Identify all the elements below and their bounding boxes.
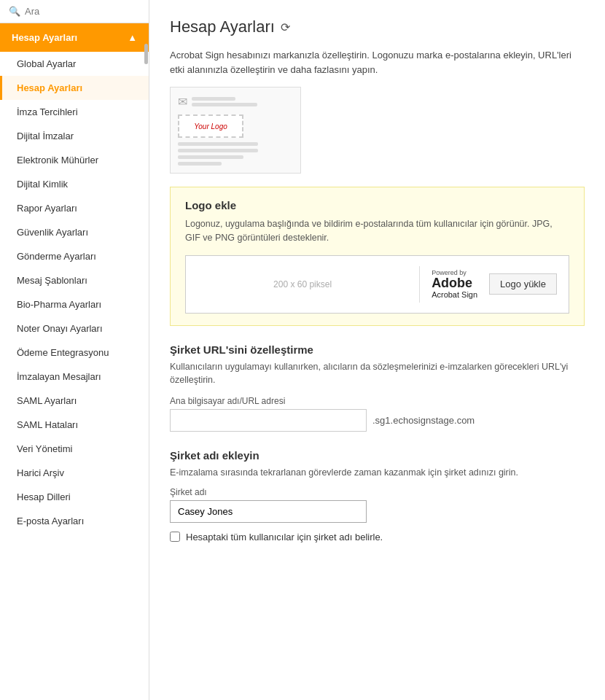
sidebar-item-rapor-ayarlari[interactable]: Rapor Ayarları xyxy=(0,196,149,220)
url-input[interactable] xyxy=(170,409,367,432)
company-field-label: Şirket adı xyxy=(170,487,585,497)
checkbox-label: Hesaptaki tüm kullanıcılar için şirket a… xyxy=(186,532,383,542)
email-line-1 xyxy=(192,97,235,101)
page-header: Hesap Ayarları ⟳ xyxy=(170,18,585,36)
email-body-line-2 xyxy=(178,149,258,152)
email-preview-lines xyxy=(192,97,257,106)
sidebar-item-global-ayarlar[interactable]: Global Ayarlar xyxy=(0,52,149,76)
page-description: Acrobat Sign hesabınızı markanızla özell… xyxy=(170,48,585,77)
sidebar-item-dijital-imzalar[interactable]: Dijital İmzalar xyxy=(0,124,149,148)
logo-divider xyxy=(419,266,420,303)
page-title: Hesap Ayarları xyxy=(170,18,275,36)
company-section-title: Şirket adı ekleyin xyxy=(170,449,585,462)
search-bar[interactable]: 🔍 xyxy=(0,0,149,23)
sidebar-item-hesap-ayarlar[interactable]: Hesap Ayarları xyxy=(0,76,149,100)
adobe-text: Adobe xyxy=(432,276,472,291)
nav-scroll: Hesap Ayarları ▲ Global Ayarlar Hesap Ay… xyxy=(0,23,149,691)
email-body-line-4 xyxy=(178,162,222,166)
sidebar-item-imzalayan-mesajlari[interactable]: İmzalayan Mesajları xyxy=(0,365,149,389)
sidebar-item-hesap-dilleri[interactable]: Hesap Dilleri xyxy=(0,485,149,509)
adobe-sign-logo: Powered by Adobe Acrobat Sign xyxy=(432,269,477,300)
main-content: Hesap Ayarları ⟳ Acrobat Sign hesabınızı… xyxy=(149,0,605,700)
sidebar-item-gonderme-ayarlari[interactable]: Gönderme Ayarları xyxy=(0,244,149,268)
url-suffix: .sg1.echosignstage.com xyxy=(367,410,480,431)
nav-top-item-hesap-ayarlari[interactable]: Hesap Ayarları ▲ xyxy=(0,23,149,52)
email-icon: ✉ xyxy=(178,95,187,109)
email-preview-header: ✉ xyxy=(178,95,293,109)
logo-upload-button[interactable]: Logo yükle xyxy=(489,273,557,295)
email-body-lines xyxy=(178,142,293,166)
sidebar-scrollbar[interactable] xyxy=(144,44,148,64)
email-body-line-3 xyxy=(178,155,243,159)
sidebar-item-saml-ayarlari[interactable]: SAML Ayarları xyxy=(0,389,149,413)
sidebar: 🔍 Hesap Ayarları ▲ Global Ayarlar Hesap … xyxy=(0,0,149,700)
url-section-title: Şirket URL'sini özelleştirme xyxy=(170,343,585,356)
search-input[interactable] xyxy=(25,6,140,17)
sidebar-item-noter-onayi-ayarlari[interactable]: Noter Onayı Ayarları xyxy=(0,316,149,341)
sidebar-item-harici-arsiv[interactable]: Harici Arşiv xyxy=(0,461,149,485)
email-line-2 xyxy=(192,103,257,106)
sidebar-item-mesaj-sablonlari[interactable]: Mesaj Şablonları xyxy=(0,268,149,292)
logo-placeholder-preview: Your Logo xyxy=(178,114,243,138)
refresh-icon[interactable]: ⟳ xyxy=(281,20,290,34)
sidebar-item-odeme-entegrasyonu[interactable]: Ödeme Entegrasyonu xyxy=(0,341,149,365)
all-users-checkbox[interactable] xyxy=(170,532,180,542)
logo-section: Logo ekle Logonuz, uygulama başlığında v… xyxy=(170,187,585,326)
sidebar-item-e-posta-ayarlari[interactable]: E-posta Ayarları xyxy=(0,509,149,533)
sidebar-item-saml-hatalari[interactable]: SAML Hataları xyxy=(0,413,149,437)
sidebar-item-imza-tercihleri[interactable]: İmza Tercihleri xyxy=(0,100,149,124)
company-section: Şirket adı ekleyin E-imzalama sırasında … xyxy=(170,449,585,542)
email-body-line-1 xyxy=(178,142,258,146)
url-input-row: .sg1.echosignstage.com xyxy=(170,409,585,432)
sidebar-item-bio-pharma-ayarlari[interactable]: Bio-Pharma Ayarları xyxy=(0,292,149,316)
logo-section-desc: Logonuz, uygulama başlığında ve bildirim… xyxy=(185,217,569,245)
sidebar-item-dijital-kimlik[interactable]: Dijital Kimlik xyxy=(0,172,149,196)
acrobat-sign-text: Acrobat Sign xyxy=(432,290,477,299)
email-preview: ✉ Your Logo xyxy=(170,87,301,174)
sidebar-item-veri-yonetimi[interactable]: Veri Yönetimi xyxy=(0,437,149,461)
sidebar-item-guvenlik-ayarlari[interactable]: Güvenlik Ayarları xyxy=(0,220,149,244)
checkbox-row: Hesaptaki tüm kullanıcılar için şirket a… xyxy=(170,532,585,542)
company-section-desc: E-imzalama sırasında tekrarlanan görevle… xyxy=(170,466,585,480)
url-section: Şirket URL'sini özelleştirme Kullanıcıla… xyxy=(170,343,585,432)
logo-size-label: 200 x 60 piksel xyxy=(198,279,407,289)
url-section-desc: Kullanıcıların uygulamayı kullanırken, a… xyxy=(170,360,585,388)
chevron-up-icon: ▲ xyxy=(128,32,137,43)
company-name-input[interactable] xyxy=(170,500,367,523)
logo-upload-area: 200 x 60 piksel Powered by Adobe Acrobat… xyxy=(185,255,569,314)
nav-top-item-label: Hesap Ayarları xyxy=(12,32,77,43)
sidebar-item-elektronik-muhurler[interactable]: Elektronik Mühürler xyxy=(0,148,149,172)
search-icon: 🔍 xyxy=(9,6,20,17)
url-field-label: Ana bilgisayar adı/URL adresi xyxy=(170,396,585,406)
logo-section-title: Logo ekle xyxy=(185,199,569,211)
